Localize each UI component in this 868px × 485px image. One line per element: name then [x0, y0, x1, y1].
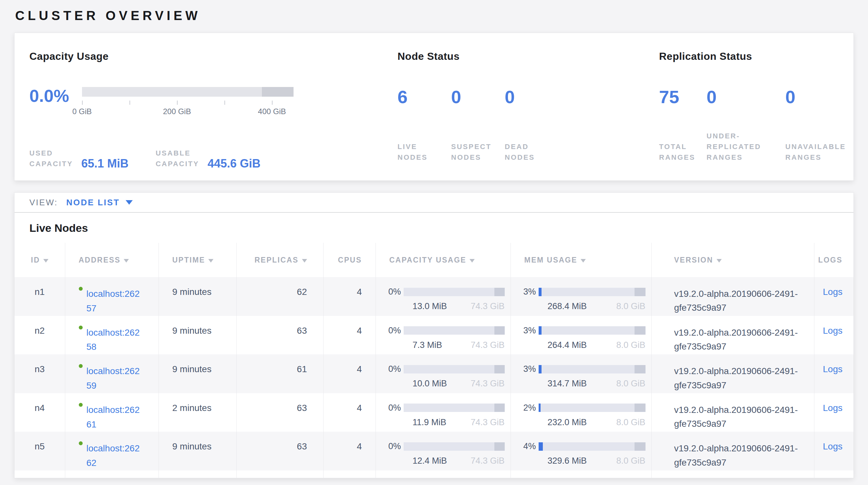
capacity-used-value: 12.4 MiB: [413, 456, 447, 466]
mem-bar-fill: [538, 326, 542, 335]
mem-usage-cell: 4% 329.6 MiB 8.0 GiB: [510, 432, 651, 470]
logs-cell: Logs: [814, 316, 854, 355]
node-id-cell: n1: [14, 277, 65, 316]
mem-usage-bar: [538, 442, 646, 451]
uptime-cell: 9 minutes: [159, 277, 237, 316]
capacity-usage-cell: 0% 10.0 MiB 74.3 GiB: [376, 354, 510, 393]
logs-link[interactable]: Logs: [823, 364, 842, 374]
column-header-uptime[interactable]: UPTIME: [159, 243, 237, 277]
capacity-gauge-chart: 0 GiB 200 GiB 400 GiB: [82, 87, 293, 119]
view-selector-dropdown[interactable]: NODE LIST: [66, 198, 133, 207]
node-address-link[interactable]: localhost:26258: [87, 325, 142, 355]
column-header-id[interactable]: ID: [14, 243, 65, 277]
sort-icon[interactable]: [43, 259, 49, 262]
mem-total-value: 8.0 GiB: [616, 340, 645, 350]
node-address-cell: localhost:26261: [65, 393, 159, 432]
node-address-link[interactable]: localhost:26259: [87, 364, 142, 393]
used-capacity-stat: USED CAPACITY 65.1 MiB: [29, 148, 128, 169]
sort-icon[interactable]: [124, 259, 129, 262]
version-cell: v19.2.0-alpha.20190606-2491-gfe735c9a97: [651, 354, 814, 393]
axis-tick: [177, 101, 178, 105]
live-nodes-title: Live Nodes: [14, 213, 854, 243]
capacity-usage-cell: 0% 7.3 MiB 74.3 GiB: [376, 316, 510, 355]
mem-used-value: 314.7 MiB: [548, 379, 587, 389]
sort-icon[interactable]: [717, 259, 722, 262]
mem-bar-dark-segment: [634, 288, 645, 296]
nodes-card: VIEW: NODE LIST Live Nodes ID ADDRESS UP…: [14, 192, 854, 478]
axis-tick-label: 0 GiB: [72, 107, 92, 116]
cpus-cell: 4: [323, 432, 376, 470]
cpus-cell: 4: [323, 393, 376, 432]
uptime-cell: 9 minutes: [159, 316, 237, 355]
axis-tick-label: 400 GiB: [258, 107, 286, 116]
mem-usage-cell: 2% 232.0 MiB 8.0 GiB: [510, 393, 651, 432]
view-label: VIEW:: [29, 198, 58, 207]
chevron-down-icon[interactable]: [126, 200, 133, 205]
dead-nodes-count: 0: [505, 87, 558, 107]
used-capacity-value: 65.1 MiB: [82, 157, 128, 170]
mem-total-value: 8.0 GiB: [616, 456, 645, 466]
mem-bar-fill: [538, 365, 542, 373]
mem-usage-cell: 3% 268.4 MiB 8.0 GiB: [510, 277, 651, 316]
table-header-row: ID ADDRESS UPTIME REPLICAS CPUS CAPACITY…: [14, 243, 854, 277]
mem-total-value: 8.0 GiB: [616, 379, 645, 389]
mem-usage-bar: [538, 288, 646, 296]
summary-card: Capacity Usage 0.0% 0 GiB 200 GiB 400 Gi…: [14, 33, 854, 181]
mem-usage-cell: 3% 314.7 MiB 8.0 GiB: [510, 354, 651, 393]
used-capacity-label: USED: [29, 148, 73, 159]
column-header-replicas[interactable]: REPLICAS: [237, 243, 323, 277]
usable-capacity-label: CAPACITY: [156, 159, 199, 169]
node-id-cell: n4: [14, 393, 65, 432]
capacity-bar-dark-segment: [494, 403, 504, 412]
mem-bar-dark-segment: [634, 326, 645, 335]
sort-icon[interactable]: [302, 259, 307, 262]
capacity-used-value: 13.0 MiB: [413, 301, 447, 311]
mem-usage-bar: [538, 365, 646, 373]
table-row: n3 localhost:26259 9 minutes 61 4 0% 10.…: [14, 354, 854, 393]
logs-link[interactable]: Logs: [823, 287, 842, 297]
view-selected-value[interactable]: NODE LIST: [66, 198, 120, 207]
logs-link[interactable]: Logs: [823, 441, 842, 451]
logs-link[interactable]: Logs: [823, 325, 842, 336]
sort-icon[interactable]: [469, 259, 475, 262]
node-address-link[interactable]: localhost:26262: [87, 441, 142, 470]
node-id-cell: n5: [14, 432, 65, 470]
sort-icon[interactable]: [208, 259, 213, 262]
logs-cell: Logs: [814, 277, 854, 316]
node-live-status-dot: [79, 325, 83, 330]
replicas-cell: 61: [237, 354, 323, 393]
sort-icon[interactable]: [581, 259, 586, 262]
uptime-cell: 9 minutes: [159, 432, 237, 470]
total-ranges-stat: 75 TOTAL RANGES: [659, 87, 707, 163]
mem-used-value: 264.4 MiB: [548, 340, 587, 350]
mem-total-value: 8.0 GiB: [616, 301, 645, 311]
suspect-nodes-count: 0: [451, 87, 505, 107]
node-address-link[interactable]: localhost:26261: [87, 403, 142, 432]
capacity-gauge: 0.0% 0 GiB 200 GiB 400 GiB: [29, 87, 293, 119]
page-title: CLUSTER OVERVIEW: [15, 8, 868, 23]
column-header-version[interactable]: VERSION: [651, 243, 814, 277]
view-bar: VIEW: NODE LIST: [14, 193, 854, 213]
replicas-cell: 63: [237, 316, 323, 355]
node-live-status-dot: [79, 364, 83, 368]
cpus-cell: 4: [323, 316, 376, 355]
version-cell: v19.2.0-alpha.20190606-2491-gfe735c9a97: [651, 393, 814, 432]
logs-link[interactable]: Logs: [823, 403, 842, 413]
capacity-usage-section: Capacity Usage 0.0% 0 GiB 200 GiB 400 Gi…: [29, 51, 378, 169]
axis-tick: [272, 101, 273, 105]
live-nodes-table: ID ADDRESS UPTIME REPLICAS CPUS CAPACITY…: [14, 243, 854, 478]
column-header-capacity-usage[interactable]: CAPACITY USAGE: [376, 243, 510, 277]
column-header-cpus[interactable]: CPUS: [323, 243, 376, 277]
node-id-cell: n2: [14, 316, 65, 355]
version-cell: v19.2.0-alpha.20190606-2491-gfe735c9a97: [651, 316, 814, 355]
axis-tick: [82, 101, 83, 105]
capacity-percent-label: 0%: [380, 403, 401, 413]
node-address-link[interactable]: localhost:26257: [87, 287, 142, 316]
column-header-mem-usage[interactable]: MEM USAGE: [510, 243, 651, 277]
mem-bar-dark-segment: [634, 403, 645, 412]
column-header-address[interactable]: ADDRESS: [65, 243, 159, 277]
replicas-cell: 63: [237, 393, 323, 432]
cpus-cell: 4: [323, 354, 376, 393]
cluster-overview-page: CLUSTER OVERVIEW Capacity Usage 0.0% 0: [0, 0, 868, 485]
node-address-cell: localhost:26258: [65, 316, 159, 355]
